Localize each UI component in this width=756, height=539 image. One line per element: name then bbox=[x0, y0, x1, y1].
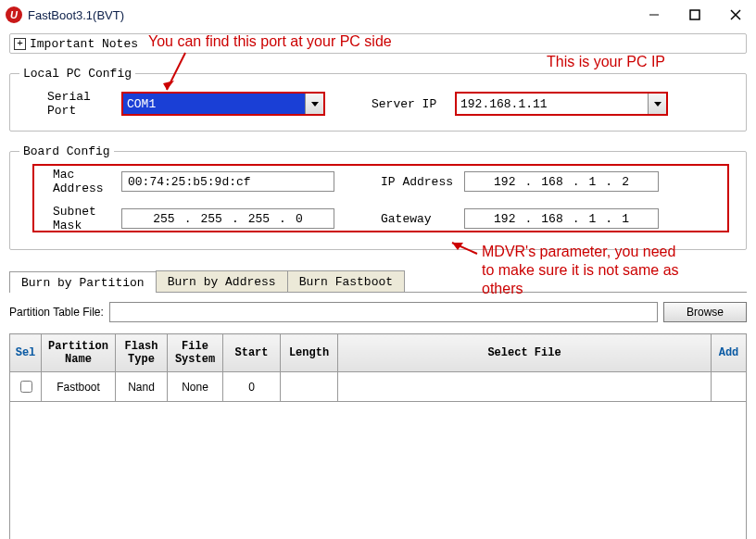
chevron-down-icon bbox=[654, 102, 662, 107]
server-ip-input[interactable] bbox=[457, 94, 648, 114]
cell-file-system: None bbox=[168, 372, 223, 402]
col-partition-name[interactable]: Partition Name bbox=[42, 334, 116, 372]
table-row[interactable]: Fastboot Nand None 0 bbox=[10, 372, 747, 402]
col-start[interactable]: Start bbox=[223, 334, 281, 372]
subnet-mask-label: Subnet Mask bbox=[19, 205, 121, 232]
mac-address-input[interactable] bbox=[121, 171, 334, 192]
col-length[interactable]: Length bbox=[281, 334, 338, 372]
server-ip-combo[interactable] bbox=[455, 92, 668, 116]
partition-table-file-row: Partition Table File: Browse bbox=[9, 302, 747, 322]
cell-flash-type: Nand bbox=[116, 372, 168, 402]
app-icon: U bbox=[6, 6, 22, 23]
ip-address-input[interactable]: 192. 168. 1. 2 bbox=[464, 171, 659, 192]
serial-port-input[interactable] bbox=[123, 94, 305, 114]
gateway-label: Gateway bbox=[372, 212, 464, 226]
cell-select-file bbox=[338, 372, 712, 402]
important-notes-label: Important Notes bbox=[30, 37, 138, 51]
cell-add bbox=[712, 372, 747, 402]
window-title: FastBoot3.1(BVT) bbox=[28, 8, 124, 22]
col-add[interactable]: Add bbox=[712, 334, 747, 372]
burn-tabs: Burn by Partition Burn by Address Burn F… bbox=[9, 270, 747, 293]
row-checkbox[interactable] bbox=[20, 381, 32, 393]
serial-port-label: Serial Port bbox=[19, 90, 121, 118]
tab-burn-fastboot[interactable]: Burn Fastboot bbox=[287, 270, 405, 292]
tab-burn-by-address[interactable]: Burn by Address bbox=[156, 270, 288, 292]
cell-start: 0 bbox=[223, 372, 281, 402]
grid-header-row: Sel Partition Name Flash Type File Syste… bbox=[10, 334, 747, 372]
chevron-down-icon bbox=[311, 102, 319, 107]
cell-length bbox=[281, 372, 338, 402]
local-pc-config-group: Local PC Config Serial Port Server IP bbox=[9, 67, 747, 132]
subnet-mask-input[interactable]: 255. 255. 255. 0 bbox=[121, 208, 334, 229]
partition-grid: Sel Partition Name Flash Type File Syste… bbox=[9, 333, 747, 539]
browse-button[interactable]: Browse bbox=[663, 302, 747, 322]
svg-rect-1 bbox=[690, 10, 699, 19]
ip-address-label: IP Address bbox=[372, 175, 464, 189]
minimize-button[interactable] bbox=[634, 1, 674, 29]
tab-burn-by-partition[interactable]: Burn by Partition bbox=[9, 271, 157, 293]
board-config-legend: Board Config bbox=[19, 144, 114, 158]
close-button[interactable] bbox=[715, 1, 756, 29]
title-bar: U FastBoot3.1(BVT) bbox=[0, 0, 756, 30]
col-sel[interactable]: Sel bbox=[10, 334, 42, 372]
serial-port-combo[interactable] bbox=[121, 92, 325, 116]
partition-table-file-input[interactable] bbox=[109, 302, 658, 322]
cell-partition-name: Fastboot bbox=[42, 372, 116, 402]
col-flash-type[interactable]: Flash Type bbox=[116, 334, 168, 372]
expand-icon[interactable]: + bbox=[14, 38, 26, 50]
server-ip-dropdown-button[interactable] bbox=[648, 94, 666, 114]
important-notes-bar[interactable]: + Important Notes bbox=[9, 33, 747, 54]
server-ip-label: Server IP bbox=[362, 97, 455, 111]
col-select-file[interactable]: Select File bbox=[338, 334, 712, 372]
mac-address-label: Mac Address bbox=[19, 168, 121, 195]
col-file-system[interactable]: File System bbox=[168, 334, 223, 372]
gateway-input[interactable]: 192. 168. 1. 1 bbox=[464, 208, 659, 229]
maximize-button[interactable] bbox=[674, 1, 715, 29]
board-config-group: Board Config Mac Address IP Address 192.… bbox=[9, 144, 747, 250]
local-pc-config-legend: Local PC Config bbox=[19, 67, 135, 81]
serial-port-dropdown-button[interactable] bbox=[305, 94, 323, 114]
partition-table-file-label: Partition Table File: bbox=[9, 306, 104, 319]
